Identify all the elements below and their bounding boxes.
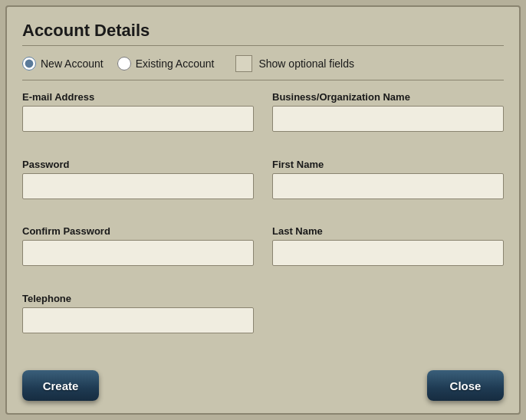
title-divider: [22, 45, 504, 46]
last-name-label: Last Name: [272, 225, 504, 237]
close-button[interactable]: Close: [427, 370, 504, 401]
email-field: E-mail Address: [22, 91, 254, 151]
button-row: Create Close: [22, 370, 504, 401]
row-divider: [22, 80, 504, 80]
business-name-label: Business/Organization Name: [272, 91, 504, 103]
confirm-password-input[interactable]: [22, 240, 254, 266]
first-name-label: First Name: [272, 159, 504, 170]
telephone-label: Telephone: [22, 293, 254, 304]
show-optional-label[interactable]: Show optional fields: [235, 55, 354, 72]
confirm-password-label: Confirm Password: [22, 225, 254, 237]
form-grid: E-mail Address Business/Organization Nam…: [22, 91, 504, 359]
telephone-input[interactable]: [22, 307, 254, 333]
new-account-radio[interactable]: [22, 57, 36, 71]
business-name-field: Business/Organization Name: [272, 91, 504, 151]
password-field: Password: [22, 159, 254, 218]
email-input[interactable]: [22, 106, 254, 132]
confirm-password-field: Confirm Password: [22, 225, 254, 285]
existing-account-radio[interactable]: [117, 57, 131, 71]
show-optional-checkbox[interactable]: [235, 55, 252, 72]
business-name-input[interactable]: [272, 106, 504, 132]
first-name-input[interactable]: [272, 173, 504, 199]
password-input[interactable]: [22, 173, 254, 199]
existing-account-radio-label[interactable]: Existing Account: [117, 57, 215, 71]
email-label: E-mail Address: [22, 91, 254, 103]
account-details-dialog: Account Details New Account Existing Acc…: [5, 5, 521, 415]
telephone-field: Telephone: [22, 293, 254, 353]
dialog-title: Account Details: [22, 21, 504, 41]
last-name-input[interactable]: [272, 240, 504, 266]
password-label: Password: [22, 159, 254, 170]
account-type-row: New Account Existing Account Show option…: [22, 55, 504, 72]
new-account-radio-label[interactable]: New Account: [22, 57, 104, 71]
create-button[interactable]: Create: [22, 370, 99, 401]
show-optional-text: Show optional fields: [258, 57, 354, 70]
new-account-label: New Account: [41, 57, 104, 70]
first-name-field: First Name: [272, 159, 504, 218]
existing-account-label: Existing Account: [136, 57, 215, 70]
last-name-field: Last Name: [272, 225, 504, 285]
